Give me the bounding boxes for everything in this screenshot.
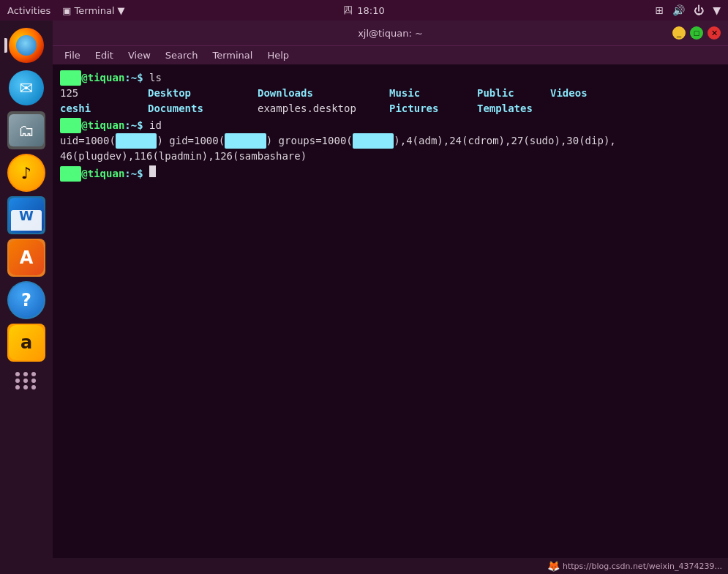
- volume-icon[interactable]: 🔊: [672, 4, 685, 16]
- ls-item-downloads: Downloads: [258, 86, 389, 101]
- cmd-id: id: [149, 118, 162, 133]
- redacted-groups: xxxxxx: [353, 133, 394, 149]
- ls-item-templates: Templates: [477, 101, 550, 116]
- prompt-username-3: xxx: [60, 166, 81, 182]
- firefox-status-icon: 🦊: [547, 560, 560, 572]
- dock-show-all-apps[interactable]: [7, 366, 45, 395]
- prompt-username-2: xxx: [60, 118, 81, 133]
- cursor: [149, 165, 156, 177]
- menu-search[interactable]: Search: [160, 48, 204, 62]
- terminal-window-title: xjl@tiquan: ~: [358, 28, 423, 39]
- status-bar: 🦊 https://blog.csdn.net/weixin_4374239..…: [0, 558, 728, 574]
- prompt-path-3: :~$: [124, 166, 149, 182]
- ls-item-ceshi: ceshi: [60, 101, 148, 116]
- system-menu-icon[interactable]: ▼: [713, 4, 721, 16]
- dock-item-thunderbird[interactable]: ✉: [7, 69, 45, 107]
- terminal-titlebar: xjl@tiquan: ~ _ □ ✕: [53, 20, 728, 45]
- ls-item-125: 125: [60, 86, 148, 101]
- dock-item-libreoffice-writer[interactable]: W: [7, 196, 45, 234]
- close-button[interactable]: ✕: [708, 26, 721, 40]
- ls-output-row2: ceshi Documents examples.desktop Picture…: [60, 101, 721, 116]
- terminal-line-ls-cmd: xxx@tiquan:~$ ls: [60, 70, 721, 86]
- ls-item-music: Music: [389, 86, 477, 101]
- ls-item-desktop: Desktop: [148, 86, 258, 101]
- ls-item-public: Public: [477, 86, 550, 101]
- activities-button[interactable]: Activities: [7, 5, 50, 16]
- redacted-gid: xxxxxx: [225, 133, 266, 149]
- ls-item-pictures: Pictures: [389, 101, 477, 116]
- terminal-window: xjl@tiquan: ~ _ □ ✕ File Edit View Searc…: [53, 20, 728, 574]
- redacted-uid: xxxxxx: [116, 133, 157, 149]
- active-indicator: [4, 38, 7, 53]
- prompt-host-1: tiquan: [88, 70, 125, 86]
- prompt-host-3: tiquan: [88, 166, 125, 182]
- menu-edit[interactable]: Edit: [89, 48, 119, 62]
- status-url: https://blog.csdn.net/weixin_4374239...: [563, 562, 722, 571]
- dock-item-files[interactable]: 🗂: [7, 111, 45, 149]
- terminal-line-id-output2: 46(plugdev),116(lpadmin),126(sambashare): [60, 149, 721, 164]
- terminal-line-prompt-final: xxx@tiquan:~$: [60, 165, 721, 182]
- power-icon[interactable]: ⏻: [694, 4, 704, 16]
- terminal-content[interactable]: xxx@tiquan:~$ ls 125 Desktop Downloads M…: [53, 64, 728, 574]
- menu-file[interactable]: File: [59, 48, 86, 62]
- system-bar-center: 四 18:10: [343, 4, 384, 17]
- terminal-app-button[interactable]: ▣ Terminal ▼: [62, 5, 124, 16]
- prompt-path-2: :~$: [124, 118, 149, 133]
- prompt-host-2: tiquan: [88, 118, 125, 133]
- minimize-button[interactable]: _: [672, 26, 686, 40]
- dock-item-firefox[interactable]: [7, 26, 45, 64]
- ls-output-row1: 125 Desktop Downloads Music Public Video…: [60, 86, 721, 101]
- clock-display: 18:10: [357, 5, 384, 16]
- time-calendar-icon: 四: [343, 4, 353, 17]
- terminal-icon: ▣: [62, 5, 71, 16]
- menu-help[interactable]: Help: [261, 48, 295, 62]
- dots-grid-icon: [15, 372, 37, 390]
- prompt-path-1: :~$: [124, 70, 149, 86]
- system-bar-left: Activities ▣ Terminal ▼: [7, 5, 125, 16]
- window-controls: _ □ ✕: [672, 26, 721, 40]
- system-bar-right: ⊞ 🔊 ⏻ ▼: [655, 4, 721, 16]
- dock-item-rhythmbox[interactable]: ♪: [7, 154, 45, 192]
- ls-item-examples: examples.desktop: [258, 101, 389, 116]
- menu-terminal[interactable]: Terminal: [206, 48, 258, 62]
- ls-item-videos: Videos: [550, 86, 623, 101]
- cmd-ls: ls: [149, 70, 162, 86]
- terminal-line-id-cmd: xxx@tiquan:~$ id: [60, 118, 721, 133]
- restore-button[interactable]: □: [690, 26, 703, 40]
- network-icon[interactable]: ⊞: [655, 4, 664, 16]
- dock: ✉ 🗂 ♪ W A ? a: [0, 20, 53, 574]
- menu-view[interactable]: View: [122, 48, 157, 62]
- prompt-username-1: xxx: [60, 70, 81, 86]
- dock-item-help[interactable]: ?: [7, 281, 45, 319]
- terminal-line-id-output1: uid=1000(xxxxxx) gid=1000(xxxxxx) groups…: [60, 133, 721, 149]
- dock-item-ubuntu-software[interactable]: A: [7, 239, 45, 277]
- system-bar: Activities ▣ Terminal ▼ 四 18:10 ⊞ 🔊 ⏻ ▼: [0, 0, 728, 20]
- ls-item-documents: Documents: [148, 101, 258, 116]
- terminal-menubar: File Edit View Search Terminal Help: [53, 45, 728, 64]
- dock-item-amazon[interactable]: a: [7, 324, 45, 362]
